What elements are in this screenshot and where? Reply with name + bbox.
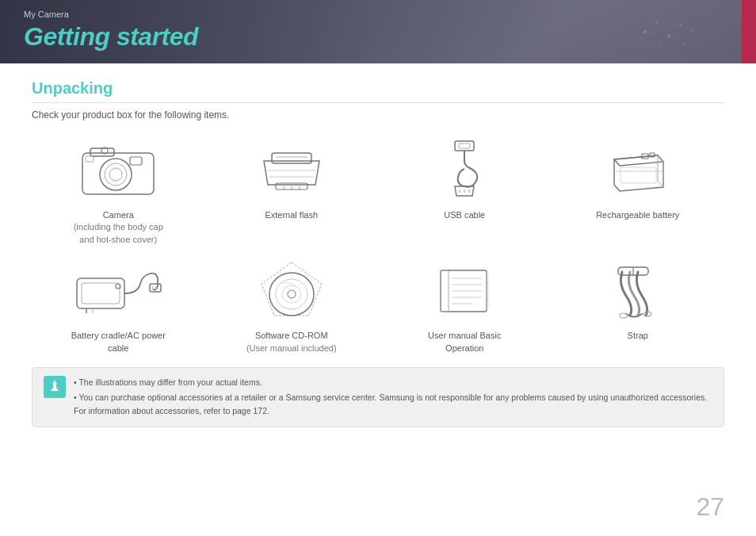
svg-rect-12 <box>130 157 142 165</box>
item-rechargeable-battery: Rechargeable battery <box>552 133 725 246</box>
svg-point-5 <box>683 42 686 45</box>
svg-point-10 <box>105 163 127 186</box>
user-manual-label: User manual Basic Operation <box>409 330 520 354</box>
software-cd-image <box>244 254 339 325</box>
battery-cradle-label: Battery cradle/AC power cable <box>63 330 174 354</box>
svg-rect-33 <box>82 283 120 304</box>
item-user-manual: User manual Basic Operation <box>378 254 552 354</box>
software-cd-label: Software CD-ROM(User manual included) <box>246 330 337 354</box>
section-title: Unpacking <box>32 79 724 103</box>
header-accent-bar <box>742 0 756 63</box>
notice-bullet1: • The illustrations may differ from your… <box>74 376 712 389</box>
user-manual-image <box>417 254 512 325</box>
page-number: 27 <box>696 492 724 522</box>
strap-label: Strap <box>628 330 648 342</box>
svg-point-1 <box>656 21 659 24</box>
svg-point-2 <box>667 34 671 38</box>
item-camera: Camera(including the body capand hot-sho… <box>32 133 205 246</box>
notice-box: • The illustrations may differ from your… <box>32 367 724 427</box>
strap-image <box>590 254 685 325</box>
rechargeable-battery-label: Rechargeable battery <box>596 209 679 221</box>
svg-point-55 <box>620 313 628 318</box>
svg-point-43 <box>288 290 296 298</box>
item-battery-cradle: Battery cradle/AC power cable <box>32 254 205 354</box>
intro-text: Check your product box for the following… <box>32 109 724 121</box>
item-software-cd: Software CD-ROM(User manual included) <box>205 254 379 354</box>
page-header: My Camera Getting started <box>0 0 756 63</box>
item-external-flash: External flash <box>205 133 379 246</box>
battery-cradle-image <box>71 254 166 325</box>
rechargeable-battery-image <box>590 133 685 205</box>
external-flash-label: External flash <box>265 209 318 221</box>
svg-point-42 <box>282 285 301 303</box>
usb-cable-label: USB cable <box>444 209 485 221</box>
header-title: Getting started <box>24 22 198 52</box>
svg-point-11 <box>109 168 122 181</box>
usb-cable-image <box>417 133 512 205</box>
notice-bullet2: • You can purchase optional accessories … <box>74 391 712 418</box>
external-flash-image <box>244 133 339 205</box>
main-content: Unpacking Check your product box for the… <box>0 63 756 443</box>
camera-image <box>71 133 166 205</box>
items-grid: Camera(including the body capand hot-sho… <box>32 133 724 354</box>
svg-rect-45 <box>441 270 449 312</box>
camera-label: Camera(including the body capand hot-sho… <box>74 209 163 246</box>
svg-point-6 <box>692 29 694 32</box>
svg-point-4 <box>660 45 662 47</box>
svg-rect-15 <box>272 153 311 163</box>
item-usb-cable: USB cable <box>378 133 552 246</box>
header-subtitle: My Camera <box>24 10 198 19</box>
svg-rect-23 <box>455 141 474 151</box>
svg-rect-31 <box>620 167 656 183</box>
svg-rect-14 <box>86 156 94 162</box>
svg-point-57 <box>54 381 56 383</box>
item-strap: Strap <box>552 254 725 354</box>
svg-rect-24 <box>459 144 470 148</box>
notice-icon <box>44 376 66 398</box>
notice-text: • The illustrations may differ from your… <box>74 376 712 419</box>
svg-rect-35 <box>150 284 161 292</box>
svg-point-0 <box>643 30 647 33</box>
